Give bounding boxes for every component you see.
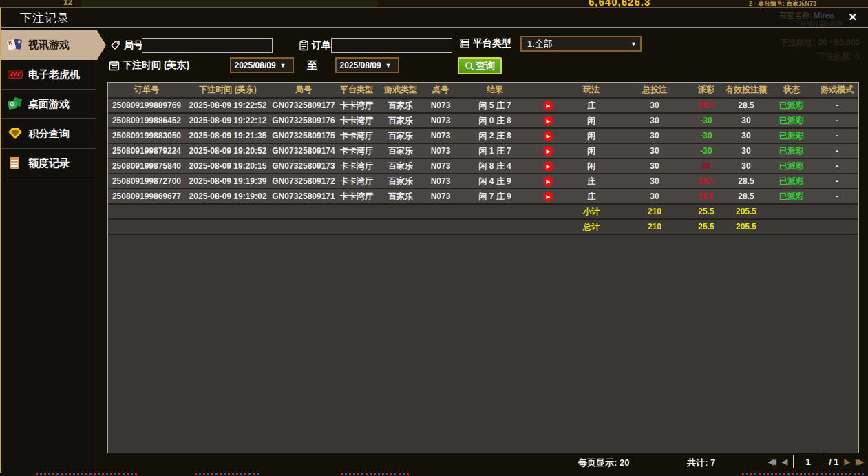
status-badge: 已派彩: [779, 176, 804, 186]
betting-records-dialog: 下注记录 荷官名称: Mirea GN07325809 ✕ 9 K 视讯游戏: [0, 7, 868, 473]
cell-round-no: GN07325809177: [271, 98, 337, 113]
limit-ghost-line2: 下注起额: 0: [817, 51, 860, 63]
game-background-top: 12 6,640,626.3 2 · 桌台编号: 百家乐N73: [0, 0, 868, 7]
pagination: ◀◀ ◀ / 1 ▶ ▶▶: [768, 455, 864, 468]
cell-result: 闲 1 庄 7: [456, 143, 533, 158]
sidebar-item-slots[interactable]: 777 电子老虎机: [1, 60, 96, 90]
payout-value: -30: [700, 116, 712, 125]
cell-platform: 卡卡湾厅: [337, 174, 377, 189]
empty-cell: [769, 204, 814, 219]
cell-table-no: N073: [425, 174, 456, 189]
total-row: 总计 210 25.5 205.5: [108, 219, 859, 234]
play-icon[interactable]: ▶: [543, 131, 553, 141]
cell-valid-bet: 30: [723, 143, 769, 158]
total-label: 总计: [562, 219, 620, 234]
roadmap-dots: [36, 473, 138, 475]
last-page-icon[interactable]: ▶▶: [856, 457, 864, 466]
play-icon[interactable]: ▶: [543, 176, 553, 187]
cell-replay: ▶: [533, 98, 562, 113]
cell-bet-time: 2025-08-09 19:19:39: [185, 174, 271, 189]
play-icon[interactable]: ▶: [543, 161, 553, 172]
cell-order-no: 250809199889769: [108, 98, 185, 113]
close-icon[interactable]: ✕: [848, 11, 857, 23]
slots-icon: 777: [8, 68, 23, 81]
cell-status: 已派彩: [769, 158, 814, 174]
empty-cell: [271, 219, 337, 234]
table-row[interactable]: 250809199869677 2025-08-09 19:19:02 GN07…: [108, 189, 859, 204]
table-row[interactable]: 250809199872700 2025-08-09 19:19:39 GN07…: [108, 174, 859, 189]
cell-round-no: GN07325809176: [271, 113, 337, 128]
cell-order-no: 250809199875840: [108, 158, 185, 174]
cell-order-no: 250809199869677: [108, 189, 185, 204]
chevron-down-icon: ▼: [628, 41, 640, 48]
cell-payout: -30: [689, 143, 723, 158]
sidebar-item-points-query[interactable]: 积分查询: [1, 119, 96, 149]
cell-platform: 卡卡湾厅: [337, 113, 377, 128]
bet-time-label-group: 下注时间 (美东): [109, 58, 189, 73]
sidebar-item-label: 积分查询: [28, 127, 70, 141]
sidebar-item-label: 电子老虎机: [28, 68, 80, 81]
play-glyph: ▶: [547, 194, 550, 199]
sidebar-item-quota-records[interactable]: 额度记录: [1, 149, 96, 178]
table-row[interactable]: 250809199889769 2025-08-09 19:22:52 GN07…: [108, 98, 859, 113]
cell-table-no: N073: [425, 158, 456, 174]
records-table-wrap: 订单号 下注时间 (美东) 局号 平台类型 游戏类型 桌号 结果 玩法 总投注: [107, 82, 859, 453]
play-icon[interactable]: ▶: [543, 101, 553, 111]
play-icon[interactable]: ▶: [543, 116, 553, 126]
cell-replay: ▶: [533, 174, 562, 189]
cell-round-no: GN07325809175: [271, 128, 337, 143]
cell-replay: ▶: [533, 158, 562, 174]
cell-total-bet: 30: [620, 158, 689, 174]
prev-page-icon[interactable]: ◀: [782, 457, 787, 466]
table-footer: 每页显示: 20 共计: 7 ◀◀ ◀ / 1 ▶ ▶▶: [96, 453, 868, 472]
date-from-select[interactable]: 2025/08/09 ▼: [230, 57, 294, 73]
cell-play-type: 庄: [562, 98, 620, 113]
page-shape: [10, 157, 19, 169]
main-panel: 下注限红: 20 - 50,000 下注起额: 0 局号: [96, 28, 868, 472]
col-header-status: 状态: [769, 83, 814, 98]
sidebar-item-video-games[interactable]: 9 K 视讯游戏: [1, 30, 106, 60]
order-no-input[interactable]: [331, 38, 452, 53]
subtotal-valid-bet: 205.5: [723, 204, 769, 219]
col-header-game-type: 游戏类型: [377, 83, 425, 98]
status-badge: 已派彩: [779, 116, 804, 125]
play-icon[interactable]: ▶: [543, 146, 553, 156]
cell-status: 已派彩: [769, 174, 814, 189]
table-row[interactable]: 250809199879224 2025-08-09 19:20:52 GN07…: [108, 143, 859, 158]
cell-valid-bet: 28.5: [723, 98, 769, 113]
platform-type-value: 1.全部: [527, 38, 553, 50]
col-header-total-bet: 总投注: [620, 83, 689, 98]
bg-fragment: 12: [63, 0, 72, 7]
sidebar-item-table-games[interactable]: G 桌面游戏: [1, 90, 96, 119]
total-valid-bet: 205.5: [723, 219, 769, 234]
table-row[interactable]: 250809199883050 2025-08-09 19:21:35 GN07…: [108, 128, 859, 143]
empty-cell: [108, 204, 185, 219]
cell-bet-time: 2025-08-09 19:22:52: [185, 98, 271, 113]
page-number-input[interactable]: [793, 455, 823, 468]
status-badge: 已派彩: [779, 146, 804, 156]
date-to-value: 2025/08/09: [340, 61, 381, 70]
cell-total-bet: 30: [620, 174, 689, 189]
roadmap-dots: [195, 473, 260, 475]
cell-payout: 30: [689, 158, 723, 174]
next-page-icon[interactable]: ▶: [845, 457, 850, 466]
date-from-value: 2025/08/09: [235, 61, 276, 70]
cell-game-mode: -: [814, 143, 859, 158]
cell-table-no: N073: [425, 128, 456, 143]
cell-bet-time: 2025-08-09 19:20:15: [185, 158, 271, 174]
search-button[interactable]: 查询: [458, 57, 502, 74]
table-row[interactable]: 250809199886452 2025-08-09 19:22:12 GN07…: [108, 113, 859, 128]
cell-total-bet: 30: [620, 98, 689, 113]
date-to-select[interactable]: 2025/08/09 ▼: [335, 57, 399, 73]
first-page-icon[interactable]: ◀◀: [768, 457, 776, 466]
cell-game-mode: -: [814, 189, 859, 204]
round-no-input[interactable]: [142, 38, 273, 53]
cell-round-no: GN07325809174: [271, 143, 337, 158]
play-glyph: ▶: [547, 149, 550, 154]
document-icon: [8, 156, 23, 170]
table-row[interactable]: 250809199875840 2025-08-09 19:20:15 GN07…: [108, 158, 859, 174]
cell-play-type: 闲: [562, 158, 620, 174]
cell-round-no: GN07325809173: [271, 158, 337, 174]
play-icon[interactable]: ▶: [543, 192, 553, 202]
platform-type-select[interactable]: 1.全部 ▼: [520, 36, 642, 52]
